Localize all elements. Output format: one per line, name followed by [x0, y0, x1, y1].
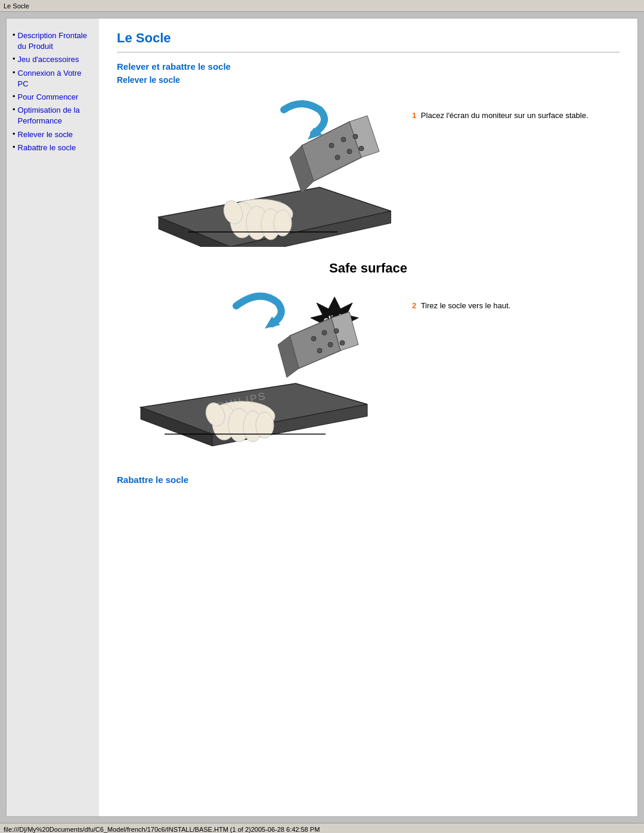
svg-point-33 [317, 348, 322, 353]
arrow2-icon [236, 296, 281, 329]
title-bar: Le Socle [0, 0, 644, 12]
step1-svg: PHILIPS [117, 92, 391, 247]
svg-point-9 [341, 137, 346, 142]
svg-point-31 [311, 336, 316, 341]
svg-marker-28 [290, 318, 340, 368]
svg-point-36 [340, 340, 345, 345]
step1-illustration: PHILIPS [117, 92, 403, 249]
sidebar: • Description Frontale du Produit • Jeu … [7, 18, 99, 816]
step2-text: 2 Tirez le socle vers le haut. [403, 282, 620, 312]
svg-point-11 [347, 149, 352, 154]
main-content: • Description Frontale du Produit • Jeu … [0, 12, 644, 823]
svg-point-32 [322, 330, 327, 335]
page-title: Le Socle [117, 30, 620, 46]
sidebar-item-description[interactable]: • Description Frontale du Produit [13, 30, 93, 52]
step2-number: 2 [412, 301, 416, 310]
svg-point-12 [353, 134, 358, 139]
divider [117, 52, 620, 52]
svg-point-35 [334, 329, 339, 333]
sidebar-item-optimisation[interactable]: • Optimisation de la Performance [13, 105, 93, 126]
step1-description: Placez l'écran du moniteur sur un surfac… [421, 111, 589, 120]
sidebar-item-rabattre[interactable]: • Rabattre le socle [13, 143, 93, 153]
svg-point-10 [335, 155, 340, 160]
step1-number: 1 [412, 111, 416, 120]
step1-text: 1 Placez l'écran du moniteur sur un surf… [403, 92, 620, 122]
svg-point-34 [328, 342, 333, 347]
step2-svg: click PHILIPS [117, 282, 391, 461]
step2-illustration: click PHILIPS [117, 282, 403, 463]
step2-section: click PHILIPS [117, 282, 620, 463]
status-bar: file:///D|/My%20Documents/dfu/C6_Model/f… [0, 823, 644, 833]
sidebar-nav: • Description Frontale du Produit • Jeu … [13, 30, 93, 153]
content-area: Le Socle Relever et rabattre le socle Re… [99, 18, 637, 816]
sidebar-item-connexion[interactable]: • Connexion à Votre PC [13, 68, 93, 89]
title-bar-text: Le Socle [4, 2, 29, 10]
sidebar-item-commencer[interactable]: • Pour Commencer [13, 92, 93, 103]
svg-point-8 [329, 143, 334, 148]
status-bar-text: file:///D|/My%20Documents/dfu/C6_Model/f… [4, 826, 320, 833]
arrow-icon [284, 104, 324, 140]
sub-title-2: Rabattre le socle [117, 475, 620, 485]
sub-title-1: Relever le socle [117, 75, 620, 85]
section-title: Relever et rabattre le socle [117, 61, 620, 72]
step2-description: Tirez le socle vers le haut. [421, 301, 511, 310]
step1-section: PHILIPS [117, 92, 620, 249]
page-frame: • Description Frontale du Produit • Jeu … [6, 18, 638, 817]
sidebar-item-relever[interactable]: • Relever le socle [13, 129, 93, 140]
safe-surface-label: Safe surface [117, 261, 620, 276]
svg-point-13 [359, 146, 364, 151]
stand [290, 116, 379, 193]
sidebar-item-accessories[interactable]: • Jeu d'accessoires [13, 54, 93, 65]
